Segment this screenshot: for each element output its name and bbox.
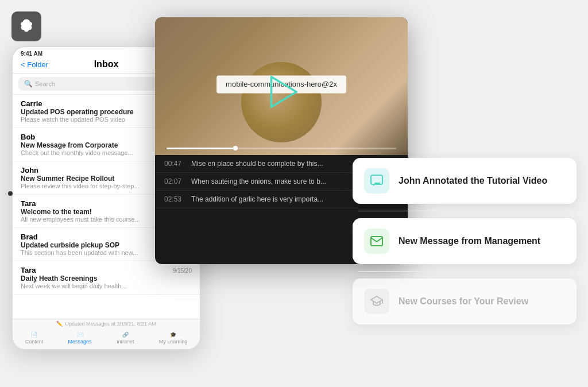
email-sender: Brad <box>21 233 38 241</box>
notif-divider <box>358 211 571 211</box>
notif-icon-box <box>364 229 389 254</box>
search-placeholder: Search <box>35 80 55 87</box>
notif-icon-box <box>364 168 389 194</box>
email-sender: Bob <box>21 133 35 141</box>
back-label: < Folder <box>21 60 48 69</box>
notif-title: New Message from Management <box>399 236 540 246</box>
email-preview: Next week we will begin daily health... <box>21 282 192 289</box>
play-button[interactable] <box>261 72 301 114</box>
left-dot <box>8 191 13 196</box>
tab-label: Intranet <box>117 339 134 345</box>
email-sender: Tara <box>21 199 36 208</box>
transcript-time: 00:47 <box>164 160 184 168</box>
brain-icon-button[interactable] <box>11 11 41 41</box>
transcript-time: 02:53 <box>164 195 184 203</box>
tab-intranet[interactable]: 🔗 Intranet <box>117 332 134 345</box>
updated-text: Updated Messages at 3/19/21, 8:21 AM <box>65 321 156 327</box>
tab-label: My Learning <box>159 339 188 345</box>
back-button[interactable]: < Folder <box>21 60 64 69</box>
tab-content[interactable]: 📄 Content <box>25 332 44 345</box>
notifications-panel: John Annotated the Tutorial Video New Me… <box>353 158 577 331</box>
email-date: 9/15/20 <box>173 268 192 274</box>
email-item[interactable]: Tara 9/15/20 Daily Heath Screenings Next… <box>13 261 200 295</box>
tab-bar: 📄 Content ✉️ Messages 🔗 Intranet 🎓 My Le… <box>13 328 200 349</box>
edit-icon: ✏️ <box>56 321 63 327</box>
email-sender: Carrie <box>21 99 42 108</box>
notif-title: John Annotated the Tutorial Video <box>399 176 547 186</box>
notif-icon-box <box>364 289 389 314</box>
notif-card-courses[interactable]: New Courses for Your Review <box>353 278 577 324</box>
video-progress-fill <box>167 148 235 149</box>
notif-card-message[interactable]: New Message from Management <box>353 218 577 264</box>
notif-divider <box>358 271 571 272</box>
email-sender: John <box>21 166 38 175</box>
search-icon: 🔍 <box>24 80 33 88</box>
tab-label: Messages <box>68 339 92 345</box>
notif-title: New Courses for Your Review <box>399 296 528 307</box>
updated-message: ✏️ Updated Messages at 3/19/21, 8:21 AM <box>13 319 200 328</box>
video-progress-dot <box>233 146 238 150</box>
tab-icon: ✉️ <box>77 332 83 338</box>
svg-marker-0 <box>272 77 297 107</box>
transcript-text: Mise en place should be complete by this… <box>191 160 323 168</box>
ipad-bottom-bar: ✏️ Updated Messages at 3/19/21, 8:21 AM … <box>13 319 200 349</box>
tab-my-learning[interactable]: 🎓 My Learning <box>159 332 188 345</box>
status-time: 9:41 AM <box>21 51 42 57</box>
transcript-time: 02:07 <box>164 177 184 185</box>
search-input[interactable]: 🔍 Search <box>18 77 169 91</box>
video-progress-bar[interactable] <box>167 148 396 149</box>
email-subject: Daily Heath Screenings <box>21 274 192 282</box>
inbox-title: Inbox <box>64 59 149 69</box>
email-sender: Tara <box>21 266 36 274</box>
transcript-text: When sautéing the onions, make sure to b… <box>191 177 326 185</box>
tab-icon: 🎓 <box>170 332 176 338</box>
notif-card-annotation[interactable]: John Annotated the Tutorial Video <box>353 158 577 204</box>
tab-icon: 📄 <box>31 332 37 338</box>
tab-icon: 🔗 <box>122 332 129 338</box>
tab-messages[interactable]: ✉️ Messages <box>68 332 92 345</box>
brain-icon <box>18 18 35 35</box>
transcript-text: The addition of garlic here is very impo… <box>191 195 323 203</box>
tab-label: Content <box>25 339 44 345</box>
video-thumbnail[interactable]: mobile-communications-hero@2x <box>155 17 408 155</box>
